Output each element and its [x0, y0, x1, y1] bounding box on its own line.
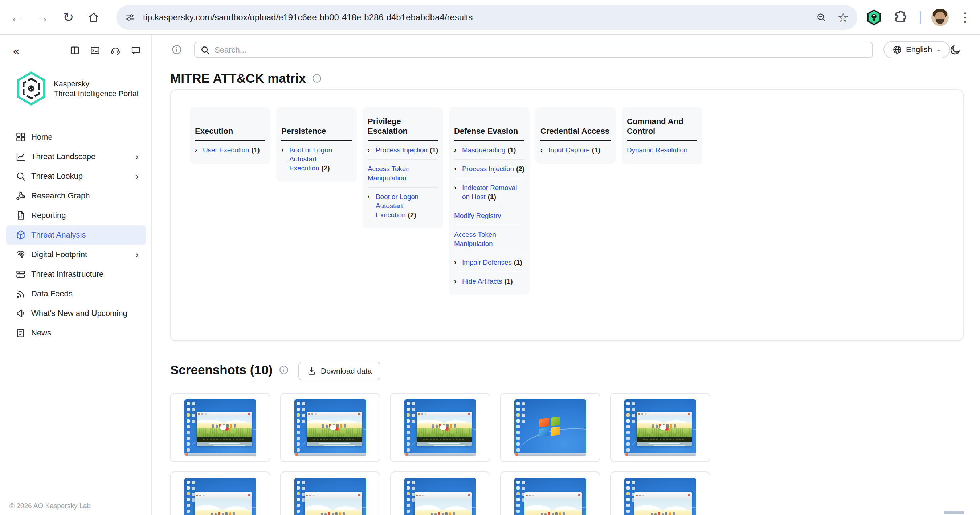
expand-chevron-icon[interactable]: ›	[454, 277, 462, 286]
technique-item[interactable]: › Indicator Removal on Host(1)	[454, 178, 525, 206]
kaspersky-tip-logo[interactable]: Kaspersky Threat Intelligence Portal	[15, 71, 138, 106]
desktop-icons	[296, 480, 300, 484]
technique-item[interactable]: Access Token Manipulation	[454, 225, 525, 253]
zoom-out-icon[interactable]	[816, 12, 827, 23]
expand-chevron-icon[interactable]: ›	[281, 146, 289, 173]
language-selector[interactable]: English ⌄	[883, 41, 950, 59]
technique-item[interactable]: › Masquerading(1)	[454, 141, 525, 159]
technique-item[interactable]: Dynamic Resolution	[627, 141, 697, 159]
expand-chevron-icon[interactable]: ›	[454, 164, 462, 173]
screenshot-thumbnail-6[interactable]	[170, 471, 270, 515]
browser-menu-button[interactable]: ⋮	[956, 0, 974, 35]
expand-chevron-icon[interactable]: ›	[454, 183, 462, 201]
game-window	[194, 492, 252, 515]
screenshot-thumbnail-8[interactable]	[390, 471, 490, 515]
sidebar-item-news[interactable]: News	[6, 323, 146, 343]
expand-chevron-icon[interactable]: ›	[541, 146, 549, 154]
screenshot-thumbnail-1[interactable]	[170, 393, 270, 462]
technique-item[interactable]: Modify Registry	[454, 206, 525, 225]
screenshot-thumbnail-4[interactable]	[500, 393, 600, 462]
browser-home-button[interactable]	[82, 0, 105, 35]
download-data-button[interactable]: Download data	[298, 361, 380, 380]
horizontal-scrollbar-thumb[interactable]	[944, 511, 964, 514]
sidebar-item-threat-landscape[interactable]: Threat Landscape ›	[6, 147, 146, 166]
screenshot-image	[514, 478, 586, 515]
technique-item[interactable]: Access Token Manipulation	[368, 159, 438, 187]
kaspersky-extension-icon[interactable]	[865, 9, 883, 26]
news-icon	[15, 328, 26, 338]
desktop-icons	[407, 402, 410, 405]
tactic-title: Command And Control	[627, 107, 697, 141]
game-window	[525, 492, 582, 515]
submenu-chevron-icon: ›	[135, 249, 138, 260]
expand-chevron-icon[interactable]: ›	[454, 258, 462, 267]
portal-search[interactable]	[194, 42, 873, 58]
sidebar-item-threat-lookup[interactable]: Threat Lookup ›	[6, 166, 146, 186]
bookmark-star-icon[interactable]: ☆	[838, 11, 849, 24]
windows-logo	[539, 417, 561, 436]
screenshots-row-1	[170, 393, 710, 462]
technique-item[interactable]: › User Execution(1)	[195, 141, 265, 159]
game-window	[197, 412, 252, 446]
technique-item[interactable]: › Input Capture(1)	[541, 141, 611, 159]
sidebar-item-research-graph[interactable]: Research Graph	[6, 186, 146, 206]
tactic-title: Credential Access	[541, 107, 611, 141]
browser-back-button[interactable]: ←	[5, 0, 28, 35]
search-input[interactable]	[215, 45, 867, 55]
taskbar	[404, 453, 476, 456]
technique-item[interactable]: › Process Injection(1)	[368, 141, 438, 159]
info-icon[interactable]	[312, 73, 322, 84]
screenshot-thumbnail-9[interactable]	[500, 471, 600, 515]
browser-forward-button[interactable]: →	[30, 0, 54, 35]
logo-text-line1: Kaspersky	[54, 79, 138, 89]
sidebar-item-whats-new[interactable]: What's New and Upcoming	[6, 304, 146, 323]
expand-chevron-icon[interactable]: ›	[368, 192, 375, 219]
technique-item[interactable]: › Hide Artifacts(1)	[454, 272, 525, 290]
taskbar	[514, 453, 586, 456]
tactic-column-command-and-control: Command And Control Dynamic Resolution	[622, 107, 702, 163]
expand-chevron-icon[interactable]: ›	[368, 146, 375, 154]
screenshot-thumbnail-3[interactable]	[390, 393, 490, 462]
documentation-icon[interactable]	[69, 45, 80, 56]
technique-item[interactable]: › Boot or Logon Autostart Execution(2)	[281, 141, 352, 177]
sidebar-item-data-feeds[interactable]: Data Feeds	[6, 284, 146, 304]
info-icon[interactable]	[278, 364, 289, 376]
submenu-chevron-icon: ›	[135, 171, 138, 182]
sidebar-item-reporting[interactable]: Reporting	[6, 206, 146, 225]
address-bar[interactable]: tip.kaspersky.com/sandbox/upload/e191c6e…	[116, 5, 858, 30]
info-icon[interactable]	[171, 44, 183, 55]
screenshot-thumbnail-10[interactable]	[610, 471, 710, 515]
technique-item[interactable]: › Boot or Logon Autostart Execution(2)	[368, 187, 438, 224]
technique-item[interactable]: › Impair Defenses(1)	[454, 253, 525, 272]
site-settings-icon[interactable]	[125, 12, 136, 23]
toolbar-separator	[920, 11, 921, 24]
game-window	[307, 412, 362, 446]
screenshot-thumbnail-5[interactable]	[610, 393, 710, 462]
sidebar-collapse-button[interactable]: «	[13, 43, 20, 59]
sidebar-item-home[interactable]: Home	[6, 127, 146, 147]
extensions-puzzle-icon[interactable]	[892, 10, 908, 25]
sidebar-item-threat-infrastructure[interactable]: Threat Infrastructure	[6, 265, 146, 284]
profile-avatar[interactable]	[931, 9, 949, 26]
expand-chevron-icon[interactable]: ›	[454, 146, 462, 154]
screenshot-image	[624, 399, 696, 456]
desktop-icons	[627, 480, 630, 484]
url-text[interactable]: tip.kaspersky.com/sandbox/upload/e191c6e…	[143, 12, 805, 22]
expand-chevron-icon[interactable]: ›	[195, 146, 203, 154]
technique-item[interactable]: › Process Injection(2)	[454, 159, 525, 178]
browser-reload-button[interactable]: ↻	[57, 0, 80, 35]
screenshots-row-2	[170, 471, 710, 515]
copyright-text: © 2026 AO Kaspersky Lab	[10, 502, 91, 510]
game-window	[417, 412, 472, 446]
desktop-icons	[627, 402, 630, 405]
screenshot-thumbnail-2[interactable]	[280, 393, 380, 462]
feedback-chat-icon[interactable]	[130, 45, 141, 56]
api-console-icon[interactable]	[90, 45, 100, 56]
rss-feed-icon	[15, 288, 26, 299]
dark-mode-toggle[interactable]	[949, 44, 961, 56]
report-document-icon	[15, 210, 26, 221]
support-headset-icon[interactable]	[110, 45, 121, 56]
screenshot-thumbnail-7[interactable]	[280, 471, 380, 515]
sidebar-item-digital-footprint[interactable]: Digital Footprint ›	[6, 245, 146, 265]
sidebar-item-threat-analysis[interactable]: Threat Analysis	[6, 225, 146, 245]
